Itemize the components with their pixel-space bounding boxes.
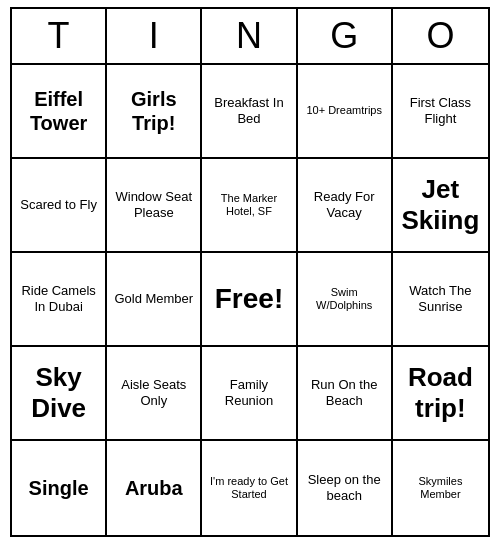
bingo-cell[interactable]: Family Reunion (202, 347, 297, 441)
bingo-card: TINGO Eiffel TowerGirls Trip!Breakfast I… (10, 7, 490, 537)
bingo-cell[interactable]: Eiffel Tower (12, 65, 107, 159)
bingo-cell[interactable]: Watch The Sunrise (393, 253, 488, 347)
bingo-cell[interactable]: Road trip! (393, 347, 488, 441)
bingo-cell[interactable]: Scared to Fly (12, 159, 107, 253)
bingo-cell[interactable]: Window Seat Please (107, 159, 202, 253)
bingo-cell[interactable]: Sleep on the beach (298, 441, 393, 535)
bingo-cell[interactable]: 10+ Dreamtrips (298, 65, 393, 159)
bingo-cell[interactable]: Skymiles Member (393, 441, 488, 535)
bingo-cell[interactable]: Swim W/Dolphins (298, 253, 393, 347)
bingo-cell[interactable]: Sky Dive (12, 347, 107, 441)
bingo-cell[interactable]: Free! (202, 253, 297, 347)
bingo-cell[interactable]: Gold Member (107, 253, 202, 347)
bingo-cell[interactable]: Aisle Seats Only (107, 347, 202, 441)
bingo-cell[interactable]: Jet Skiing (393, 159, 488, 253)
bingo-cell[interactable]: Breakfast In Bed (202, 65, 297, 159)
bingo-cell[interactable]: Ready For Vacay (298, 159, 393, 253)
bingo-cell[interactable]: Run On the Beach (298, 347, 393, 441)
bingo-cell[interactable]: Aruba (107, 441, 202, 535)
header-letter: G (298, 9, 393, 63)
bingo-cell[interactable]: I'm ready to Get Started (202, 441, 297, 535)
bingo-header: TINGO (12, 9, 488, 65)
header-letter: I (107, 9, 202, 63)
bingo-cell[interactable]: Ride Camels In Dubai (12, 253, 107, 347)
bingo-cell[interactable]: The Marker Hotel, SF (202, 159, 297, 253)
bingo-cell[interactable]: Single (12, 441, 107, 535)
bingo-cell[interactable]: Girls Trip! (107, 65, 202, 159)
header-letter: O (393, 9, 488, 63)
header-letter: T (12, 9, 107, 63)
bingo-cell[interactable]: First Class Flight (393, 65, 488, 159)
header-letter: N (202, 9, 297, 63)
bingo-grid: Eiffel TowerGirls Trip!Breakfast In Bed1… (12, 65, 488, 535)
